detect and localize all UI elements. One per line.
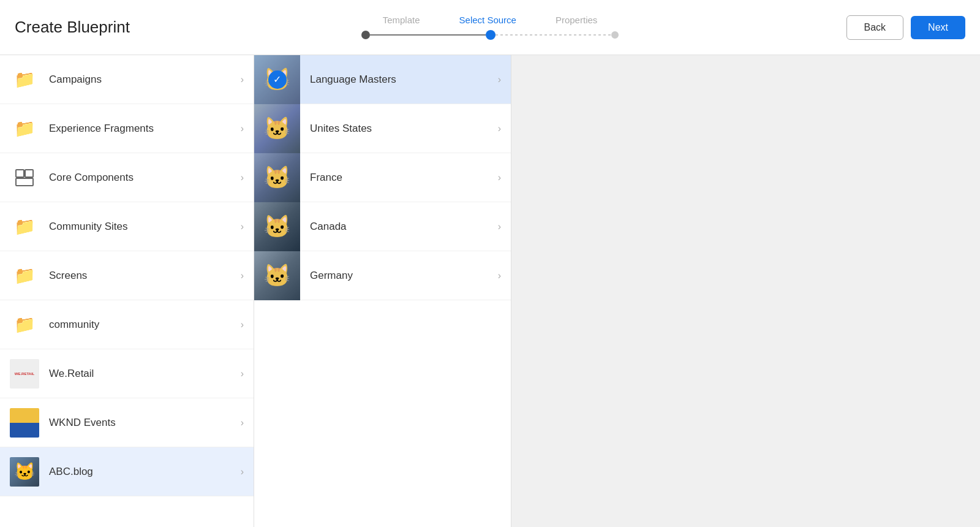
chevron-right-icon: › (241, 221, 244, 232)
thumbnail-germany (254, 251, 300, 300)
thumbnail-wknd-events (10, 408, 39, 438)
middle-label-canada: Canada (300, 221, 498, 233)
right-panel (511, 55, 980, 527)
chevron-right-icon: › (241, 74, 244, 85)
chevron-right-icon: › (241, 466, 244, 477)
sidebar-item-abc-blog[interactable]: ABC.blog › (0, 447, 254, 496)
wizard-step-properties: Properties (536, 15, 617, 25)
svg-rect-1 (25, 170, 33, 177)
middle-label-germany: Germany (300, 270, 498, 282)
thumbnail-canada (254, 202, 300, 251)
middle-panel: ✓ Language Masters › Unites States › Fra… (254, 55, 511, 527)
sidebar-label-community: community (49, 319, 231, 331)
chevron-right-icon: › (241, 172, 244, 183)
back-button[interactable]: Back (846, 15, 904, 40)
header: Create Blueprint Template Select Source … (0, 0, 980, 55)
chevron-right-icon: › (241, 417, 244, 428)
thumbnail-we-retail: WE.RETAIL (10, 359, 39, 389)
wizard-steps: Template Select Source Properties (361, 15, 619, 40)
sidebar-item-core-components[interactable]: Core Components › (0, 153, 254, 202)
sidebar-item-wknd-events[interactable]: WKND Events › (0, 398, 254, 447)
middle-item-france[interactable]: France › (254, 153, 511, 202)
wizard-step-select-source: Select Source (440, 15, 536, 25)
sidebar-label-core-components: Core Components (49, 172, 231, 184)
wizard-labels: Template Select Source Properties (363, 15, 617, 25)
sidebar-label-we-retail: We.Retail (49, 368, 231, 380)
thumbnail-abc-blog (10, 457, 39, 487)
chevron-right-icon: › (498, 123, 511, 134)
folder-icon-community: 📁 (10, 310, 39, 339)
chevron-right-icon: › (241, 123, 244, 134)
wizard-dot-2 (486, 30, 496, 40)
main-content: 📁 Campaigns › 📁 Experience Fragments › C… (0, 55, 980, 527)
svg-rect-0 (16, 170, 24, 177)
chevron-right-icon: › (498, 172, 511, 183)
header-buttons: Back Next (846, 15, 965, 40)
chevron-right-icon: › (241, 368, 244, 379)
middle-item-canada[interactable]: Canada › (254, 202, 511, 251)
chevron-right-icon: › (241, 319, 244, 330)
thumbnail-language-masters: ✓ (254, 55, 300, 104)
page-title: Create Blueprint (15, 18, 130, 37)
sidebar-label-campaigns: Campaigns (49, 74, 231, 86)
middle-item-germany[interactable]: Germany › (254, 251, 511, 300)
sidebar-item-community[interactable]: 📁 community › (0, 300, 254, 349)
middle-label-france: France (300, 172, 498, 184)
middle-item-unites-states[interactable]: Unites States › (254, 104, 511, 153)
wizard-step-template: Template (363, 15, 440, 25)
chevron-right-icon: › (241, 270, 244, 281)
check-icon: ✓ (268, 70, 287, 89)
sidebar-item-campaigns[interactable]: 📁 Campaigns › (0, 55, 254, 104)
svg-rect-2 (16, 178, 33, 186)
sidebar-item-community-sites[interactable]: 📁 Community Sites › (0, 202, 254, 251)
wizard-track (361, 30, 619, 40)
wizard-dashes (496, 34, 611, 36)
folder-icon-screens: 📁 (10, 261, 39, 290)
sidebar-item-experience-fragments[interactable]: 📁 Experience Fragments › (0, 104, 254, 153)
sidebar: 📁 Campaigns › 📁 Experience Fragments › C… (0, 55, 254, 527)
chevron-right-icon: › (498, 221, 511, 232)
thumbnail-france (254, 153, 300, 202)
middle-item-language-masters[interactable]: ✓ Language Masters › (254, 55, 511, 104)
sidebar-label-community-sites: Community Sites (49, 221, 231, 233)
middle-label-language-masters: Language Masters (300, 74, 498, 86)
wizard-dot-3 (611, 31, 619, 39)
thumbnail-unites-states (254, 104, 300, 153)
wizard-dot-1 (361, 31, 370, 39)
folder-icon-experience-fragments: 📁 (10, 114, 39, 143)
sidebar-label-abc-blog: ABC.blog (49, 466, 231, 478)
folder-icon-campaigns: 📁 (10, 65, 39, 94)
chevron-right-icon: › (498, 270, 511, 281)
chevron-right-icon: › (498, 74, 511, 85)
folder-icon-community-sites: 📁 (10, 212, 39, 241)
sidebar-label-screens: Screens (49, 270, 231, 282)
sidebar-item-screens[interactable]: 📁 Screens › (0, 251, 254, 300)
wizard-line-1 (370, 34, 486, 36)
sidebar-item-we-retail[interactable]: WE.RETAIL We.Retail › (0, 349, 254, 398)
sidebar-label-experience-fragments: Experience Fragments (49, 123, 231, 135)
middle-label-unites-states: Unites States (300, 123, 498, 135)
layout-icon-core-components (10, 163, 39, 192)
sidebar-label-wknd-events: WKND Events (49, 417, 231, 429)
next-button[interactable]: Next (911, 16, 965, 39)
